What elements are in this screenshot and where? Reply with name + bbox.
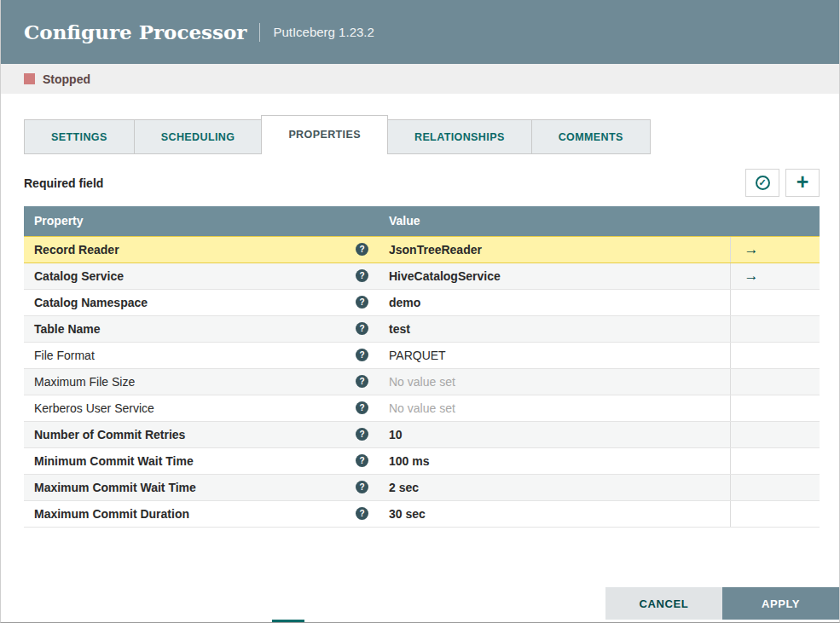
- dialog-title: Configure Processor: [24, 20, 246, 43]
- property-name: Minimum Commit Wait Time: [34, 454, 194, 468]
- help-icon[interactable]: ?: [356, 481, 368, 493]
- property-name: Table Name: [34, 322, 101, 336]
- goto-service-cell[interactable]: →: [730, 236, 820, 262]
- property-value[interactable]: 100 ms: [379, 447, 730, 474]
- required-field-label: Required field: [24, 176, 103, 190]
- stopped-status-icon: [24, 73, 35, 84]
- table-row: File Format ? PARQUET: [24, 342, 820, 368]
- property-value[interactable]: PARQUET: [379, 342, 730, 368]
- status-bar: Stopped: [1, 64, 839, 94]
- help-icon[interactable]: ?: [356, 269, 368, 282]
- property-value[interactable]: test: [379, 315, 730, 342]
- table-row: Record Reader ? JsonTreeReader →: [24, 236, 820, 262]
- cancel-button[interactable]: CANCEL: [605, 587, 722, 620]
- table-row: Table Name ? test: [24, 315, 820, 342]
- goto-service-cell[interactable]: [730, 395, 820, 421]
- properties-toolbar: Required field ✓ +: [24, 169, 820, 197]
- toolbar-buttons: ✓ +: [745, 169, 820, 197]
- tab-comments[interactable]: COMMENTS: [531, 119, 651, 154]
- table-row: Maximum File Size ? No value set: [24, 368, 820, 395]
- property-value[interactable]: demo: [379, 289, 730, 315]
- processor-type-version: PutIceberg 1.23.2: [273, 25, 374, 39]
- table-row: Maximum Commit Wait Time ? 2 sec: [24, 474, 820, 500]
- goto-service-cell[interactable]: [730, 342, 820, 368]
- tab-settings[interactable]: SETTINGS: [24, 119, 135, 154]
- property-value[interactable]: 10: [379, 421, 730, 447]
- help-icon[interactable]: ?: [356, 401, 368, 414]
- property-name: Maximum Commit Wait Time: [34, 481, 196, 494]
- properties-table-header: Property Value: [24, 206, 820, 236]
- configure-processor-dialog: Configure Processor PutIceberg 1.23.2 St…: [0, 0, 840, 623]
- goto-service-cell[interactable]: [730, 315, 820, 342]
- help-icon[interactable]: ?: [356, 349, 368, 361]
- goto-service-cell[interactable]: →: [730, 262, 820, 289]
- tab-label: RELATIONSHIPS: [414, 131, 505, 143]
- property-value[interactable]: 30 sec: [379, 500, 730, 527]
- tab-bar: SETTINGS SCHEDULING PROPERTIES RELATIONS…: [24, 115, 820, 154]
- tab-label: SETTINGS: [51, 131, 107, 143]
- help-icon[interactable]: ?: [356, 454, 368, 467]
- tab-relationships[interactable]: RELATIONSHIPS: [387, 119, 532, 154]
- properties-table: Property Value Record Reader ? JsonTreeR…: [24, 206, 820, 528]
- add-property-button[interactable]: +: [785, 169, 820, 197]
- goto-arrow-icon: →: [744, 268, 759, 284]
- goto-service-cell[interactable]: [730, 368, 820, 395]
- plus-icon: +: [797, 171, 809, 193]
- property-name: Kerberos User Service: [34, 401, 154, 415]
- properties-table-body: Record Reader ? JsonTreeReader → Catalog…: [24, 236, 820, 527]
- dialog-footer: CANCEL APPLY: [605, 587, 839, 620]
- property-value[interactable]: No value set: [379, 395, 730, 421]
- property-name: Maximum Commit Duration: [34, 507, 189, 521]
- status-label: Stopped: [43, 72, 90, 86]
- tab-label: PROPERTIES: [288, 129, 361, 141]
- tab-label: SCHEDULING: [161, 131, 235, 143]
- goto-service-cell[interactable]: [730, 500, 820, 527]
- property-value[interactable]: JsonTreeReader: [379, 236, 730, 262]
- goto-service-cell[interactable]: [730, 474, 820, 500]
- help-icon[interactable]: ?: [356, 375, 368, 388]
- tab-scheduling[interactable]: SCHEDULING: [134, 119, 263, 154]
- help-icon[interactable]: ?: [356, 296, 368, 309]
- property-value[interactable]: No value set: [379, 368, 730, 395]
- property-name: Number of Commit Retries: [34, 428, 185, 441]
- goto-service-cell[interactable]: [730, 447, 820, 474]
- property-name: Catalog Namespace: [34, 296, 148, 309]
- property-value[interactable]: HiveCatalogService: [379, 262, 730, 289]
- goto-arrow-icon: →: [744, 241, 759, 257]
- column-header-value: Value: [379, 206, 820, 236]
- table-row: Maximum Commit Duration ? 30 sec: [24, 500, 820, 527]
- help-icon[interactable]: ?: [356, 428, 368, 441]
- table-row: Number of Commit Retries ? 10: [24, 421, 820, 447]
- property-name: Catalog Service: [34, 269, 124, 283]
- goto-service-cell[interactable]: [730, 289, 820, 315]
- property-name: Record Reader: [34, 243, 119, 257]
- property-name: File Format: [34, 349, 95, 362]
- tab-label: COMMENTS: [559, 131, 623, 143]
- help-icon[interactable]: ?: [356, 243, 368, 256]
- help-icon[interactable]: ?: [356, 322, 368, 335]
- table-row: Catalog Service ? HiveCatalogService →: [24, 262, 820, 289]
- table-row: Catalog Namespace ? demo: [24, 289, 820, 315]
- tab-properties[interactable]: PROPERTIES: [261, 115, 388, 154]
- dialog-header: Configure Processor PutIceberg 1.23.2: [1, 0, 839, 64]
- goto-service-cell[interactable]: [730, 421, 820, 447]
- apply-button[interactable]: APPLY: [722, 587, 839, 620]
- title-divider: [259, 23, 260, 42]
- table-row: Minimum Commit Wait Time ? 100 ms: [24, 447, 820, 474]
- column-header-property: Property: [24, 206, 379, 236]
- help-icon[interactable]: ?: [356, 507, 368, 520]
- verify-properties-button[interactable]: ✓: [745, 169, 779, 197]
- property-name: Maximum File Size: [34, 375, 135, 389]
- property-value[interactable]: 2 sec: [379, 474, 730, 500]
- check-circle-icon: ✓: [756, 176, 770, 190]
- table-row: Kerberos User Service ? No value set: [24, 395, 820, 421]
- background-artifact: [272, 620, 304, 622]
